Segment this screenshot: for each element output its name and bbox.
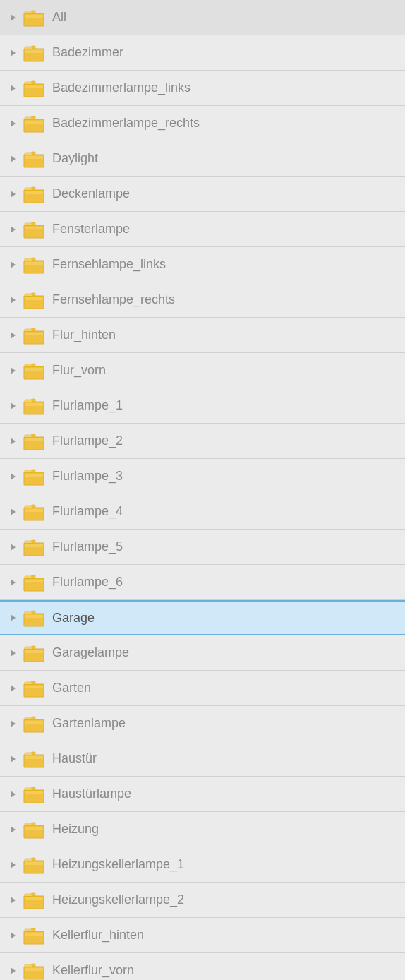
list-item-flur-vorn[interactable]: Flur_vorn [0,353,405,388]
item-label: Heizungskellerlampe_2 [52,892,184,907]
list-item-heizung[interactable]: Heizung [0,812,405,847]
folder-icon [23,537,45,557]
expand-chevron-icon[interactable] [6,258,20,272]
list-item-badezimmer[interactable]: Badezimmer [0,35,405,71]
expand-chevron-icon[interactable] [6,328,20,342]
expand-chevron-icon[interactable] [6,364,20,378]
item-label: Gartenlampe [52,716,126,731]
folder-icon [23,361,45,381]
folder-icon [23,431,45,451]
expand-chevron-icon[interactable] [6,717,20,731]
svg-rect-7 [25,121,43,124]
folder-icon [23,749,45,769]
list-item-flurlampe-4[interactable]: Flurlampe_4 [0,494,405,530]
expand-chevron-icon[interactable] [6,187,20,201]
list-item-kellerflur-hinten[interactable]: Kellerflur_hinten [0,918,405,953]
item-label: Heizung [52,822,99,837]
expand-chevron-icon[interactable] [6,293,20,307]
folder-icon [23,220,45,239]
folder-icon [23,502,45,522]
expand-chevron-icon[interactable] [6,470,20,484]
item-label: Flur_vorn [52,363,106,378]
list-item-badezimmerlampe-links[interactable]: Badezimmerlampe_links [0,71,405,106]
expand-chevron-icon[interactable] [6,222,20,237]
item-label: Fernsehlampe_links [52,257,166,272]
item-label: Garten [52,681,91,695]
item-label: Flurlampe_2 [52,434,123,448]
item-label: All [52,10,66,25]
list-item-heizungskellerlampe-2[interactable]: Heizungskellerlampe_2 [0,883,405,918]
svg-rect-21 [25,368,43,371]
expand-chevron-icon[interactable] [6,752,20,766]
item-label: Flurlampe_4 [52,504,123,519]
svg-rect-47 [25,827,43,830]
list-item-garten[interactable]: Garten [0,671,405,706]
expand-chevron-icon[interactable] [6,505,20,519]
item-label: Kellerflur_hinten [52,928,144,943]
expand-chevron-icon[interactable] [6,11,20,25]
svg-rect-41 [25,721,43,724]
item-label: Flurlampe_3 [52,469,123,484]
item-label: Badezimmer [52,45,123,60]
list-item-flurlampe-3[interactable]: Flurlampe_3 [0,459,405,494]
list-item-fernsehlampe-rechts[interactable]: Fernsehlampe_rechts [0,282,405,318]
expand-chevron-icon[interactable] [6,893,20,907]
list-item-flur-hinten[interactable]: Flur_hinten [0,318,405,353]
list-item-daylight[interactable]: Daylight [0,141,405,177]
folder-icon [23,643,45,663]
list-item-kellerflur-vorn[interactable]: Kellerflur_vorn [0,953,405,980]
svg-rect-53 [25,933,43,936]
list-item-flurlampe-5[interactable]: Flurlampe_5 [0,530,405,565]
svg-rect-27 [25,474,43,477]
list-item-fensterlampe[interactable]: Fensterlampe [0,212,405,247]
expand-chevron-icon[interactable] [6,646,20,660]
folder-icon [23,78,45,98]
folder-icon [23,608,45,628]
expand-chevron-icon[interactable] [6,434,20,448]
item-label: Flur_hinten [52,328,116,342]
expand-chevron-icon[interactable] [6,823,20,837]
item-label: Garage [52,611,95,626]
expand-chevron-icon[interactable] [6,575,20,590]
expand-chevron-icon[interactable] [6,81,20,95]
list-item-fernsehlampe-links[interactable]: Fernsehlampe_links [0,247,405,282]
list-item-flurlampe-6[interactable]: Flurlampe_6 [0,565,405,600]
list-item-badezimmerlampe-rechts[interactable]: Badezimmerlampe_rechts [0,106,405,141]
list-item-garagelampe[interactable]: Garagelampe [0,635,405,671]
list-item-heizungskellerlampe-1[interactable]: Heizungskellerlampe_1 [0,847,405,883]
item-label: Badezimmerlampe_rechts [52,116,200,131]
expand-chevron-icon[interactable] [6,540,20,554]
list-item-hausturlampe[interactable]: Haustürlampe [0,777,405,812]
list-item-all[interactable]: All [0,0,405,35]
list-item-flurlampe-2[interactable]: Flurlampe_2 [0,424,405,459]
expand-chevron-icon[interactable] [6,681,20,695]
svg-rect-49 [25,862,43,865]
list-item-garage[interactable]: Garage [0,600,405,635]
expand-chevron-icon[interactable] [6,858,20,872]
list-item-deckenlampe[interactable]: Deckenlampe [0,177,405,212]
folder-icon [23,255,45,275]
expand-chevron-icon[interactable] [6,964,20,978]
folder-icon [23,679,45,698]
list-item-flurlampe-1[interactable]: Flurlampe_1 [0,388,405,424]
expand-chevron-icon[interactable] [6,46,20,60]
list-item-haustur[interactable]: Haustür [0,741,405,777]
expand-chevron-icon[interactable] [6,116,20,131]
folder-icon [23,714,45,734]
item-label: Haustürlampe [52,787,131,801]
svg-rect-5 [25,85,43,88]
item-label: Flurlampe_6 [52,575,123,590]
list-item-gartenlampe[interactable]: Gartenlampe [0,706,405,741]
folder-icon [23,784,45,804]
folder-icon [23,961,45,981]
svg-rect-19 [25,333,43,335]
expand-chevron-icon[interactable] [6,611,20,625]
expand-chevron-icon[interactable] [6,787,20,801]
svg-rect-17 [25,297,43,300]
expand-chevron-icon[interactable] [6,152,20,166]
svg-rect-45 [25,791,43,794]
expand-chevron-icon[interactable] [6,928,20,943]
folder-icon [23,396,45,416]
expand-chevron-icon[interactable] [6,399,20,413]
svg-rect-35 [25,615,43,618]
